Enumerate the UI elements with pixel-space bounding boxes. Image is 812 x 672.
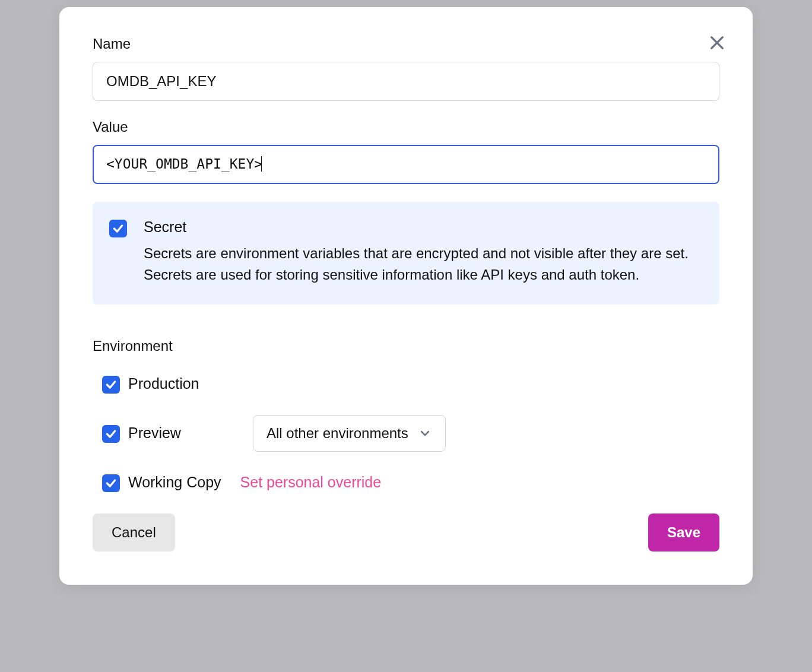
env-production-row: Production <box>93 375 719 394</box>
env-preview-row: Preview All other environments <box>93 415 719 452</box>
secret-checkbox[interactable] <box>109 220 127 237</box>
env-working-copy-row: Working Copy Set personal override <box>93 473 719 492</box>
preview-checkbox[interactable] <box>102 425 120 443</box>
value-field-group: Value <YOUR_OMDB_API_KEY> <box>93 119 719 184</box>
secret-panel: Secret Secrets are environment variables… <box>93 202 719 305</box>
check-icon <box>112 223 124 234</box>
working-copy-checkbox[interactable] <box>102 474 120 492</box>
save-button[interactable]: Save <box>648 513 719 551</box>
secret-content: Secret Secrets are environment variables… <box>144 218 703 286</box>
env-variable-modal: Name Value <YOUR_OMDB_API_KEY> Secret Se… <box>59 7 753 585</box>
modal-footer: Cancel Save <box>93 513 719 551</box>
secret-description: Secrets are environment variables that a… <box>144 243 703 286</box>
secret-title: Secret <box>144 218 703 236</box>
value-input[interactable]: <YOUR_OMDB_API_KEY> <box>93 145 719 184</box>
production-checkbox[interactable] <box>102 376 120 394</box>
text-cursor <box>261 156 262 172</box>
working-copy-label: Working Copy <box>128 474 221 491</box>
dropdown-value: All other environments <box>267 425 408 442</box>
close-button[interactable] <box>705 31 729 55</box>
check-icon <box>105 477 117 489</box>
preview-label: Preview <box>128 424 181 442</box>
name-label: Name <box>93 36 719 52</box>
preview-environments-dropdown[interactable]: All other environments <box>253 415 446 452</box>
environment-section-label: Environment <box>93 338 719 354</box>
set-personal-override-link[interactable]: Set personal override <box>240 474 382 491</box>
name-field-group: Name <box>93 36 719 101</box>
cancel-button[interactable]: Cancel <box>93 513 175 551</box>
value-label: Value <box>93 119 719 135</box>
production-label: Production <box>128 375 199 392</box>
chevron-down-icon <box>418 426 432 440</box>
close-icon <box>708 33 727 52</box>
name-input[interactable] <box>93 62 719 101</box>
check-icon <box>105 428 117 440</box>
check-icon <box>105 379 117 391</box>
